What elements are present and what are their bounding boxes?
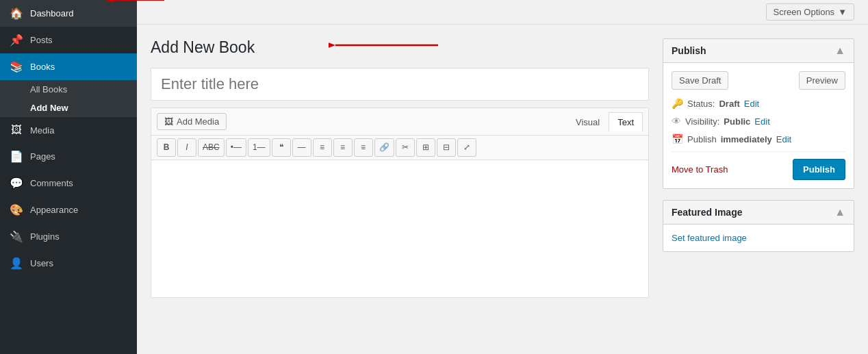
editor-tabs: Visual Text — [567, 112, 643, 131]
sidebar-item-all-books[interactable]: All Books — [0, 80, 137, 99]
tab-visual[interactable]: Visual — [567, 112, 609, 131]
publish-box-header: Publish ▲ — [663, 39, 854, 63]
publish-box-title: Publish — [672, 45, 706, 56]
add-media-icon: 🖼 — [164, 116, 173, 127]
sidebar-item-users[interactable]: 👤 Users — [0, 250, 137, 277]
unlink-button[interactable]: ✂ — [396, 138, 415, 157]
visibility-row: 👁 Visibility: Public Edit — [672, 116, 845, 127]
main-content: Screen Options ▼ Add New Book — [137, 0, 868, 354]
sidebar-item-pages[interactable]: 📄 Pages — [0, 143, 137, 170]
media-icon: 🖼 — [10, 124, 23, 136]
tab-text[interactable]: Text — [609, 112, 643, 131]
left-column: Add New Book 🖼 — [151, 38, 649, 354]
publish-box-body: Save Draft Preview 🔑 Status: Draft Edit … — [663, 63, 854, 188]
visibility-edit-link[interactable]: Edit — [754, 116, 769, 127]
align-right-button[interactable]: ≡ — [354, 138, 373, 157]
featured-image-collapse-icon[interactable]: ▲ — [834, 206, 845, 218]
comments-icon: 💬 — [10, 177, 23, 190]
sidebar-item-add-new[interactable]: Add New — [0, 99, 137, 117]
featured-image-box: Featured Image ▲ Set featured image — [663, 200, 854, 252]
featured-image-body: Set featured image — [663, 225, 854, 251]
sidebar-item-comments[interactable]: 💬 Comments — [0, 170, 137, 197]
screen-options-button[interactable]: Screen Options ▼ — [766, 3, 854, 21]
dashboard-icon: 🏠 — [10, 7, 23, 20]
publish-time-row: 📅 Publish immediately Edit — [672, 134, 845, 144]
publish-time-label: Publish — [687, 134, 717, 144]
featured-image-header: Featured Image ▲ — [663, 201, 854, 225]
featured-image-title: Featured Image — [672, 207, 742, 218]
numbered-list-button[interactable]: 1— — [248, 138, 270, 157]
visibility-label: Visibility: — [685, 116, 719, 127]
strikethrough-button[interactable]: ABC — [198, 138, 225, 157]
status-label: Status: — [687, 99, 715, 109]
visibility-icon: 👁 — [672, 116, 681, 127]
add-media-button[interactable]: 🖼 Add Media — [157, 113, 227, 130]
fullscreen-button[interactable]: ⤢ — [457, 138, 476, 157]
publish-time-edit-link[interactable]: Edit — [776, 134, 791, 144]
editor-area: 🖼 Add Media Visual Text B I ABC •— 1— ❝ — [151, 108, 649, 298]
page-title: Add New Book — [151, 38, 649, 57]
sidebar-item-media[interactable]: 🖼 Media — [0, 117, 137, 143]
sidebar-item-books[interactable]: 📚 Books — [0, 53, 137, 80]
set-featured-image-link[interactable]: Set featured image — [672, 233, 747, 243]
preview-button[interactable]: Preview — [799, 71, 845, 90]
table-button[interactable]: ⊟ — [437, 138, 456, 157]
save-draft-button[interactable]: Save Draft — [672, 71, 728, 90]
visibility-value: Public — [724, 116, 750, 127]
move-to-trash-link[interactable]: Move to Trash — [672, 164, 728, 175]
posts-icon: 📌 — [10, 34, 23, 47]
content-area: Add New Book 🖼 — [137, 25, 868, 354]
sidebar: 🏠 Dashboard 📌 Posts 📚 Books All Books Ad… — [0, 0, 137, 354]
topbar: Screen Options ▼ — [137, 0, 868, 25]
publish-box: Publish ▲ Save Draft Preview 🔑 Status: D… — [663, 38, 854, 189]
editor-body[interactable] — [151, 160, 648, 297]
right-column: Publish ▲ Save Draft Preview 🔑 Status: D… — [663, 38, 854, 354]
sidebar-item-dashboard[interactable]: 🏠 Dashboard — [0, 0, 137, 27]
status-row: 🔑 Status: Draft Edit — [672, 98, 845, 109]
calendar-icon: 📅 — [672, 134, 683, 144]
appearance-icon: 🎨 — [10, 203, 23, 216]
sidebar-item-posts[interactable]: 📌 Posts — [0, 27, 137, 53]
hr-button[interactable]: — — [292, 138, 311, 157]
books-icon: 📚 — [10, 60, 23, 73]
users-icon: 👤 — [10, 257, 23, 270]
publish-time-value: immediately — [721, 134, 772, 144]
post-title-input[interactable] — [151, 68, 649, 101]
bold-button[interactable]: B — [157, 138, 176, 157]
status-icon: 🔑 — [672, 98, 683, 109]
italic-button[interactable]: I — [177, 138, 196, 157]
sidebar-item-appearance[interactable]: 🎨 Appearance — [0, 197, 137, 223]
bullet-list-button[interactable]: •— — [226, 138, 246, 157]
publish-collapse-icon[interactable]: ▲ — [834, 45, 845, 57]
books-submenu: All Books Add New — [0, 80, 137, 117]
status-value: Draft — [719, 99, 739, 109]
plugins-icon: 🔌 — [10, 230, 23, 243]
editor-toolbar: B I ABC •— 1— ❝ — ≡ ≡ ≡ 🔗 ✂ ⊞ ⊟ ⤢ — [151, 136, 648, 160]
align-center-button[interactable]: ≡ — [333, 138, 353, 157]
publish-button[interactable]: Publish — [793, 159, 845, 180]
publish-footer: Move to Trash Publish — [672, 151, 845, 180]
blockquote-button[interactable]: ❝ — [272, 138, 291, 157]
sidebar-item-plugins[interactable]: 🔌 Plugins — [0, 223, 137, 250]
chevron-down-icon: ▼ — [838, 7, 847, 17]
align-left-button[interactable]: ≡ — [313, 138, 332, 157]
link-button[interactable]: 🔗 — [374, 138, 394, 157]
insert-button[interactable]: ⊞ — [416, 138, 435, 157]
publish-actions: Save Draft Preview — [672, 71, 845, 90]
status-edit-link[interactable]: Edit — [744, 99, 759, 109]
pages-icon: 📄 — [10, 150, 23, 163]
